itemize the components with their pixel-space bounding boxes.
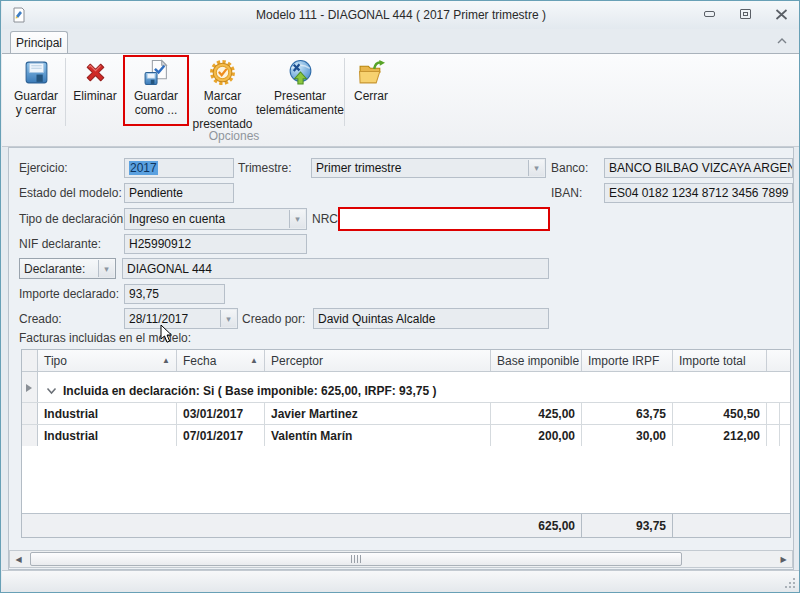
column-label: Tipo [44, 354, 67, 368]
creado-por-field[interactable]: David Quintas Alcalde [313, 308, 549, 329]
nif-declarante-field[interactable]: H25990912 [124, 234, 307, 254]
tipo-declaracion-label: Tipo de declaración: [19, 208, 127, 230]
importe-declarado-field[interactable]: 93,75 [124, 284, 225, 304]
ribbon-collapse-icon[interactable] [776, 35, 790, 47]
creado-label: Creado: [19, 308, 62, 329]
window-title: Modelo 111 - DIAGONAL 444 ( 2017 Primer … [2, 8, 800, 22]
ribbon: Guardar y cerrar Eliminar [2, 53, 800, 147]
column-label: Fecha [183, 354, 216, 368]
resize-grip-icon[interactable] [783, 576, 796, 589]
scrollbar-thumb[interactable] [30, 552, 682, 566]
cell-tipo: Industrial [38, 425, 177, 446]
button-label: y cerrar [16, 103, 57, 117]
guardar-como-button[interactable]: Guardar como ... [126, 56, 186, 126]
banco-label: Banco: [551, 158, 588, 178]
button-label: como ... [135, 103, 178, 117]
row-indicator [22, 403, 38, 424]
restore-button[interactable] [734, 5, 756, 23]
cell-importe-total: 450,50 [673, 403, 767, 424]
cell-importe-total: 212,00 [673, 425, 767, 446]
trimestre-label: Trimestre: [238, 158, 292, 178]
column-header-filler [767, 350, 790, 371]
cell-importe-irpf: 30,00 [582, 425, 673, 446]
declarante-dropdown-button[interactable]: Declarante: ▾ [19, 258, 116, 279]
column-header-importe-irpf[interactable]: Importe IRPF [582, 350, 673, 371]
delete-icon [82, 59, 109, 89]
close-button[interactable] [770, 5, 792, 23]
scroll-left-icon[interactable]: ◀ [10, 551, 27, 567]
column-header-importe-total[interactable]: Importe total [673, 350, 767, 371]
ribbon-separator [344, 58, 345, 126]
close-icon [775, 9, 788, 20]
group-row-text: Incluida en declaración: Si ( Base impon… [63, 384, 436, 398]
creado-date-picker[interactable]: 28/11/2017 ▾ [124, 308, 238, 329]
eliminar-button[interactable]: Eliminar [68, 56, 122, 126]
button-label: Eliminar [73, 89, 116, 103]
minimize-button[interactable] [698, 5, 720, 23]
cell-base-imponible: 200,00 [491, 425, 582, 446]
selected-text: 2017 [129, 161, 158, 175]
iban-label: IBAN: [551, 183, 582, 203]
group-row[interactable]: Incluida en declaración: Si ( Base impon… [22, 372, 790, 402]
row-indicator-header [22, 350, 38, 371]
ejercicio-field[interactable]: 2017 [124, 158, 234, 178]
chevron-down-icon[interactable]: ▾ [98, 260, 114, 277]
scroll-right-icon[interactable]: ▶ [775, 551, 792, 567]
collapse-chevron-icon[interactable] [46, 387, 57, 395]
declarante-field[interactable]: DIAGONAL 444 [122, 258, 549, 279]
ribbon-separator [65, 58, 66, 126]
ribbon-tab-row: Principal [2, 29, 800, 53]
cerrar-button[interactable]: Cerrar [347, 56, 395, 126]
save-icon [23, 59, 50, 89]
mouse-cursor [160, 324, 173, 344]
cell-importe-irpf: 63,75 [582, 403, 673, 424]
chevron-down-icon[interactable]: ▾ [220, 310, 236, 327]
restore-icon [740, 9, 751, 19]
estado-field[interactable]: Pendiente [124, 183, 234, 203]
presentar-telematicamente-button[interactable]: Presentar telemáticamente [258, 56, 342, 126]
invoices-grid: Tipo ▲ Fecha ▲ Perceptor Base imponible … [21, 349, 791, 538]
globe-upload-icon [287, 59, 314, 89]
button-label: Cerrar [354, 89, 388, 103]
grid-empty-area [22, 446, 790, 513]
tipo-declaracion-combobox[interactable]: Ingreso en cuenta ▾ [124, 208, 307, 230]
trimestre-combobox[interactable]: Primer trimestre ▾ [311, 158, 546, 178]
column-header-fecha[interactable]: Fecha ▲ [177, 350, 265, 371]
column-header-base-imponible[interactable]: Base imponible [491, 350, 582, 371]
ribbon-separator [123, 58, 124, 126]
combo-value: Primer trimestre [316, 161, 401, 175]
iban-field[interactable]: ES04 0182 1234 8712 3456 7899 [604, 183, 793, 203]
button-label: Guardar [14, 89, 58, 103]
marcar-como-presentado-button[interactable]: Marcar como presentado [189, 56, 256, 126]
sort-ascending-icon: ▲ [158, 356, 170, 365]
horizontal-scrollbar[interactable]: ◀ ▶ [9, 550, 793, 568]
minimize-icon [704, 11, 715, 17]
cell-tipo: Industrial [38, 403, 177, 424]
chevron-down-icon[interactable]: ▾ [528, 160, 544, 176]
tab-principal[interactable]: Principal [10, 31, 68, 53]
guardar-y-cerrar-button[interactable]: Guardar y cerrar [7, 56, 65, 126]
nrc-label: NRC: [312, 208, 341, 230]
button-label: Guardar [134, 89, 178, 103]
banco-field[interactable]: BANCO BILBAO VIZCAYA ARGENTARIA [604, 158, 793, 178]
cell-perceptor: Javier Martinez [265, 403, 491, 424]
column-header-perceptor[interactable]: Perceptor [265, 350, 491, 371]
chevron-down-icon[interactable]: ▾ [289, 210, 305, 228]
total-base-imponible: 625,00 [491, 514, 582, 537]
button-label: Marcar como [189, 89, 256, 117]
ribbon-group-caption: Opciones [124, 129, 344, 143]
grid-summary-footer: 625,00 93,75 [22, 513, 790, 537]
column-header-tipo[interactable]: Tipo ▲ [38, 350, 177, 371]
nif-declarante-label: NIF declarante: [19, 234, 101, 254]
current-row-arrow-icon [26, 384, 32, 392]
cell-perceptor: Valentín Marín [265, 425, 491, 446]
titlebar[interactable]: Modelo 111 - DIAGONAL 444 ( 2017 Primer … [2, 1, 800, 29]
scrollbar-track[interactable] [27, 551, 775, 567]
button-label: Declarante: [24, 262, 85, 276]
invoice-row[interactable]: Industrial 03/01/2017 Javier Martinez 42… [22, 402, 790, 424]
total-importe-irpf: 93,75 [582, 514, 673, 537]
invoice-row[interactable]: Industrial 07/01/2017 Valentín Marín 200… [22, 424, 790, 446]
row-indicator [22, 425, 38, 446]
ejercicio-label: Ejercicio: [19, 158, 68, 178]
nrc-input[interactable] [338, 207, 550, 231]
